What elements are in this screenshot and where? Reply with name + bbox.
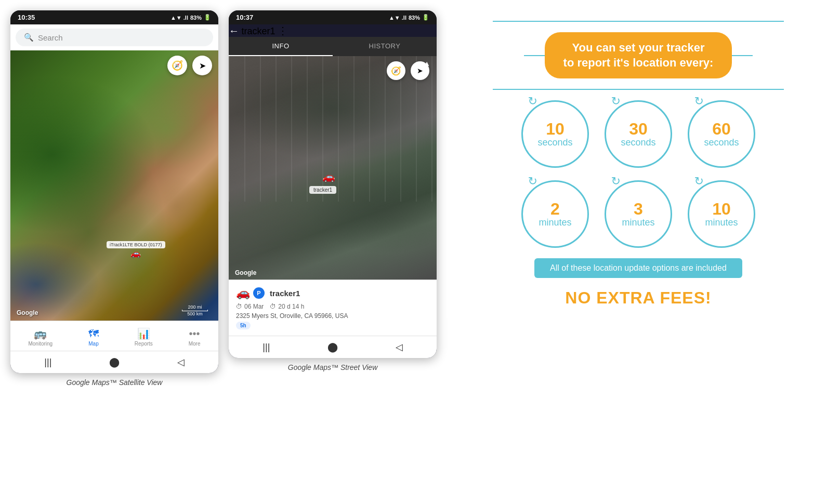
circle-10m-unit: minutes (705, 217, 738, 228)
phone1-scale-metric: 500 km (187, 311, 203, 316)
phone2-status-bar: 10:37 ▲▼ .ll 83% 🔋 (229, 10, 437, 24)
nav-item-more[interactable]: ••• More (182, 326, 207, 349)
phone1-map[interactable]: 🧭 ➤ iTrack1LTE BOLD (0177) 🚗 Google 200 … (10, 50, 218, 321)
more-icon: ••• (189, 328, 200, 340)
nav-label-more: More (189, 341, 201, 347)
more-options-button[interactable]: ⋮ (278, 25, 288, 36)
android-nav-back-2[interactable]: ◁ (396, 341, 403, 353)
phone1-battery-icon: 🔋 (204, 14, 211, 21)
back-button[interactable]: ← (229, 25, 239, 36)
circle-2-minutes: 2 minutes (521, 180, 589, 248)
tracker-avatar: 🚗 P (236, 286, 265, 300)
nav-item-monitoring[interactable]: 🚌 Monitoring (22, 325, 59, 349)
car-icon-medium: 🚗 (236, 286, 250, 300)
phone1-tracker-marker: iTrack1LTE BOLD (0177) 🚗 (107, 241, 165, 258)
no-extra-fees: NO EXTRA FEES! (565, 288, 711, 308)
android-nav-home[interactable]: ⬤ (109, 356, 120, 368)
nav-item-reports[interactable]: 📊 Reports (128, 325, 159, 349)
scroll-up-button[interactable]: ▲ (423, 59, 430, 68)
phone1-location-button[interactable]: ➤ (192, 56, 212, 75)
circle-30-seconds: 30 seconds (605, 100, 672, 168)
tab-info[interactable]: INFO (229, 37, 333, 56)
android-nav-menu-2[interactable]: ||| (262, 342, 270, 353)
circle-60-unit: seconds (704, 137, 739, 148)
phone1-search-input[interactable]: 🔍 Search (16, 29, 213, 46)
circle-3-minutes: 3 minutes (605, 180, 672, 248)
nav-label-reports: Reports (135, 341, 153, 347)
tracker-meta: ⏱ 06 Mar ⏱ 20 d 14 h (236, 303, 429, 310)
phone2-app-header: ← tracker1 ⋮ (229, 24, 437, 37)
meta-date: ⏱ 06 Mar (236, 303, 264, 310)
circle-2-unit: minutes (539, 217, 571, 228)
compass-icon: 🧭 (172, 60, 183, 71)
headline-box: You can set your trackerto report it's l… (545, 32, 732, 78)
right-panel: You can set your trackerto report it's l… (447, 10, 830, 318)
phone2-car-marker: 🚗 (322, 170, 335, 183)
phone1-signal: ▲▼ .ll (170, 15, 188, 21)
p-badge: P (253, 287, 265, 299)
reports-icon: 📊 (137, 327, 150, 340)
nav-label-monitoring: Monitoring (28, 341, 52, 347)
phone1-time: 10:35 (18, 14, 35, 21)
android-nav-menu[interactable]: ||| (44, 357, 51, 368)
circle-60-seconds: 60 seconds (688, 100, 755, 168)
tab-history[interactable]: HISTORY (333, 37, 437, 56)
phone2-wrapper: 10:37 ▲▼ .ll 83% 🔋 ← tracker1 ⋮ (229, 10, 437, 387)
phone1-android-nav: ||| ⬤ ◁ (10, 351, 218, 373)
phone2-tracker-name: tracker1 (241, 26, 275, 36)
phone1-compass-button[interactable]: 🧭 (167, 56, 187, 75)
phone1-wrapper: 10:35 ▲▼ .ll 83% 🔋 🔍 Search (10, 10, 218, 387)
tracker-info-panel: 🚗 P tracker1 ⏱ 06 Mar ⏱ (229, 280, 437, 336)
phone2-android-nav: ||| ⬤ ◁ (229, 336, 437, 358)
phone2-compass-button[interactable]: 🧭 (387, 61, 405, 80)
tracker-info-header: 🚗 P tracker1 (236, 286, 429, 300)
meta-duration: ⏱ 20 d 14 h (270, 303, 304, 310)
phone2-google-logo: Google (235, 269, 256, 276)
phone1-google-logo: Google (17, 309, 38, 316)
headline-text: You can set your trackerto report it's l… (563, 41, 714, 70)
phone1-scale-bar: 200 mi 500 km (182, 304, 208, 316)
bottom-divider (493, 89, 784, 90)
phone1-battery: 83% (190, 15, 202, 21)
phone1-car-icon: 🚗 (130, 248, 141, 258)
phone1-bottom-nav: 🚌 Monitoring 🗺 Map 📊 Reports ••• (10, 321, 218, 351)
circle-60-number: 60 (712, 121, 731, 137)
location-icon-2: ➤ (417, 67, 423, 75)
circle-3-unit: minutes (622, 217, 654, 228)
phone2-signal-icons: ▲▼ .ll 83% 🔋 (389, 14, 429, 21)
circles-grid: 10 seconds 30 seconds 60 seconds (521, 100, 755, 248)
phone1-search-bar[interactable]: 🔍 Search (10, 24, 218, 50)
phone1-screen: 10:35 ▲▼ .ll 83% 🔋 🔍 Search (10, 10, 218, 373)
phone2-battery: 83% (409, 15, 420, 21)
phone2-map[interactable]: 🧭 ➤ 🚗 tracker1 Google ▲ (229, 56, 437, 280)
update-badge: 5h (236, 322, 251, 329)
phone2-screen: 10:37 ▲▼ .ll 83% 🔋 ← tracker1 ⋮ (229, 10, 437, 358)
no-fees-box: All of these location update options are… (534, 258, 742, 278)
phone1-scale-imperial: 200 mi (188, 304, 202, 310)
circle-30-number: 30 (629, 121, 648, 137)
circle-30-unit: seconds (621, 137, 655, 148)
no-fees-text: All of these location update options are… (550, 263, 727, 273)
phone2-tracker-label: tracker1 (309, 186, 336, 194)
clock-icon: ⏱ (236, 303, 242, 310)
search-placeholder: Search (38, 33, 63, 42)
phone1-tracker-label: iTrack1LTE BOLD (0177) (107, 241, 165, 248)
tracker-address: 2325 Myers St, Oroville, CA 95966, USA (236, 312, 429, 320)
phone2-tabs: INFO HISTORY (229, 37, 437, 56)
circle-10-number: 10 (546, 121, 565, 137)
nav-label-map: Map (88, 341, 98, 347)
compass-icon-2: 🧭 (391, 66, 401, 76)
phone2-caption: Google Maps™ Street View (229, 363, 437, 372)
tracker-title: tracker1 (270, 289, 300, 298)
time-icon: ⏱ (270, 303, 276, 310)
circle-10-seconds: 10 seconds (521, 100, 589, 168)
circles-row-1: 10 seconds 30 seconds 60 seconds (521, 100, 755, 168)
phone2-battery-icon: 🔋 (422, 14, 429, 21)
android-nav-back[interactable]: ◁ (177, 356, 185, 368)
phone2-time: 10:37 (236, 14, 253, 21)
nav-item-map[interactable]: 🗺 Map (82, 326, 105, 349)
info-graphic: You can set your trackerto report it's l… (493, 21, 784, 308)
android-nav-home-2[interactable]: ⬤ (327, 341, 338, 353)
circle-10m-number: 10 (712, 201, 731, 217)
phone1-signal-icons: ▲▼ .ll 83% 🔋 (170, 14, 211, 21)
